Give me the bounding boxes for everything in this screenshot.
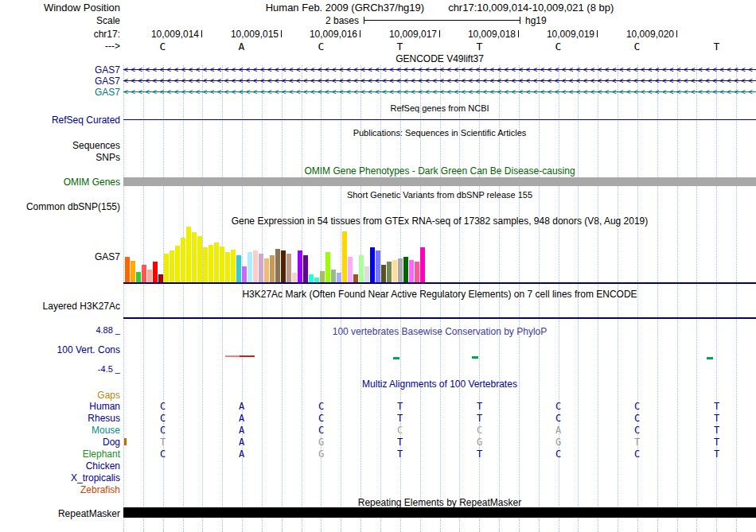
gtex-expression-bar[interactable]	[281, 250, 286, 282]
species-label-elephant[interactable]: Elephant	[0, 449, 120, 460]
vert-cons-label[interactable]: 100 Vert. Cons	[0, 344, 120, 355]
gtex-expression-bar[interactable]	[186, 227, 191, 282]
gtex-expression-bar[interactable]	[325, 252, 330, 282]
gtex-expression-bar[interactable]	[231, 250, 236, 282]
gtex-expression-bar[interactable]	[142, 265, 146, 282]
gtex-expression-bar[interactable]	[197, 236, 202, 282]
omim-genes-label[interactable]: OMIM Genes	[0, 177, 120, 188]
gencode-transcript-gas7[interactable]: <<<<<<<<<<<<<<<<<<<<<<<<<<<<<<<<<<<<<<<<…	[123, 64, 756, 75]
repeatmasker-bar[interactable]	[123, 507, 756, 518]
gtex-expression-bar[interactable]	[409, 260, 414, 282]
species-label-zebrafish[interactable]: Zebrafish	[0, 484, 120, 495]
snps-label[interactable]: SNPs	[0, 152, 120, 163]
gtex-expression-bar[interactable]	[158, 274, 163, 282]
gtex-expression-bar[interactable]	[286, 254, 291, 282]
reference-base: A	[202, 41, 281, 52]
species-label-rhesus[interactable]: Rhesus	[0, 413, 120, 424]
gtex-expression-bar[interactable]	[214, 243, 219, 282]
species-label-dog[interactable]: Dog	[0, 437, 120, 448]
gtex-expression-bar[interactable]	[376, 250, 380, 282]
gtex-expression-bar[interactable]	[270, 255, 275, 282]
reference-base: C	[282, 41, 360, 52]
gtex-expression-bar[interactable]	[153, 262, 158, 282]
gtex-expression-bar[interactable]	[398, 258, 403, 282]
alignment-base: C	[282, 401, 360, 412]
gtex-expression-bar[interactable]	[337, 273, 341, 282]
refseq-curated-line[interactable]	[123, 119, 756, 120]
gas7-transcript-label-2[interactable]: GAS7	[0, 76, 120, 87]
alignment-base: C	[282, 413, 360, 424]
gtex-expression-bar[interactable]	[320, 271, 325, 282]
alignment-base: T	[677, 449, 756, 460]
gtex-expression-bar[interactable]	[236, 255, 241, 282]
species-label-x-tropicalis[interactable]: X_tropicalis	[0, 472, 120, 483]
phylop-min-label: -4.5 _	[0, 364, 120, 374]
common-dbsnp-label[interactable]: Common dbSNP(155)	[0, 201, 120, 212]
reference-base: C	[519, 41, 598, 52]
gas7-transcript-label-1[interactable]: GAS7	[0, 64, 120, 76]
alignment-base: T	[677, 401, 756, 412]
gtex-gas7-label[interactable]: GAS7	[0, 251, 120, 262]
species-label-chicken[interactable]: Chicken	[0, 460, 120, 472]
gtex-expression-bar[interactable]	[364, 266, 369, 282]
gtex-expression-bar[interactable]	[247, 252, 252, 282]
gtex-expression-bar[interactable]	[220, 247, 224, 282]
gtex-expression-bar[interactable]	[415, 262, 419, 282]
gtex-expression-bar[interactable]	[203, 247, 208, 282]
gencode-transcript-gas7[interactable]: <<<<<<<<<<<<<<<<<<<<<<<<<<<<<<<<<<<<<<<<…	[123, 87, 756, 97]
gtex-expression-bar[interactable]	[387, 262, 392, 282]
gtex-expression-bar[interactable]	[392, 260, 397, 282]
gtex-expression-bar[interactable]	[275, 249, 280, 282]
gaps-label[interactable]: Gaps	[0, 390, 120, 401]
gtex-expression-bar[interactable]	[420, 247, 425, 282]
gtex-expression-bar[interactable]	[170, 250, 174, 282]
gencode-transcript-gas7[interactable]: <<<<<<<<<<<<<<<<<<<<<<<<<<<<<<<<<<<<<<<<…	[123, 76, 756, 86]
reference-base: T	[677, 41, 756, 52]
repeatmasker-label[interactable]: RepeatMasker	[0, 508, 120, 519]
gtex-expression-bar[interactable]	[125, 257, 130, 282]
phylop-mark	[707, 357, 713, 359]
gtex-expression-bar[interactable]	[164, 254, 169, 282]
species-label-human[interactable]: Human	[0, 401, 120, 412]
gtex-expression-bar[interactable]	[192, 232, 197, 282]
gtex-expression-bar[interactable]	[225, 252, 230, 282]
gtex-expression-bar[interactable]	[264, 258, 269, 282]
gtex-expression-bar[interactable]	[303, 255, 308, 282]
gtex-expression-bar[interactable]	[175, 246, 180, 282]
gtex-expression-bar[interactable]	[242, 266, 247, 282]
gtex-expression-bar[interactable]	[259, 254, 263, 282]
coordinate-label: 10,009,015	[208, 29, 279, 40]
alignment-base: C	[123, 401, 202, 412]
gtex-expression-bar[interactable]	[403, 257, 408, 282]
h3k27ac-baseline[interactable]	[123, 317, 756, 319]
gtex-expression-bar[interactable]	[253, 250, 258, 282]
gtex-expression-bar[interactable]	[359, 255, 364, 282]
refseq-curated-label[interactable]: RefSeq Curated	[0, 115, 120, 126]
gtex-expression-bar[interactable]	[181, 238, 185, 282]
gtex-expression-bar[interactable]	[381, 265, 386, 282]
gtex-expression-bar[interactable]	[309, 274, 314, 282]
gtex-expression-bar[interactable]	[136, 272, 141, 282]
dbsnp-title: Short Genetic Variants from dbSNP releas…	[123, 190, 756, 200]
gtex-expression-bar[interactable]	[370, 247, 375, 282]
gtex-expression-bar[interactable]	[348, 257, 353, 282]
alignment-base: G	[282, 449, 360, 460]
gtex-expression-bar[interactable]	[208, 245, 213, 282]
omim-genes-bar[interactable]	[123, 177, 756, 186]
layered-h3k27ac-label[interactable]: Layered H3K27Ac	[0, 301, 120, 312]
gas7-transcript-label-3[interactable]: GAS7	[0, 87, 120, 98]
reference-base: C	[123, 41, 202, 52]
scale-value: 2 bases	[123, 15, 359, 26]
phylop-max-label: 4.88 _	[0, 325, 120, 335]
gtex-expression-bar[interactable]	[131, 261, 135, 282]
sequences-label[interactable]: Sequences	[0, 140, 120, 151]
gtex-expression-bar[interactable]	[342, 231, 347, 282]
gtex-expression-bar[interactable]	[147, 270, 152, 282]
gtex-expression-bar[interactable]	[353, 274, 358, 282]
alignment-base: T	[677, 437, 756, 448]
gtex-expression-bar[interactable]	[292, 273, 297, 282]
gtex-expression-bar[interactable]	[331, 270, 336, 282]
species-label-mouse[interactable]: Mouse	[0, 425, 120, 436]
alignment-base: G	[282, 437, 360, 448]
gtex-expression-bar[interactable]	[298, 250, 302, 282]
